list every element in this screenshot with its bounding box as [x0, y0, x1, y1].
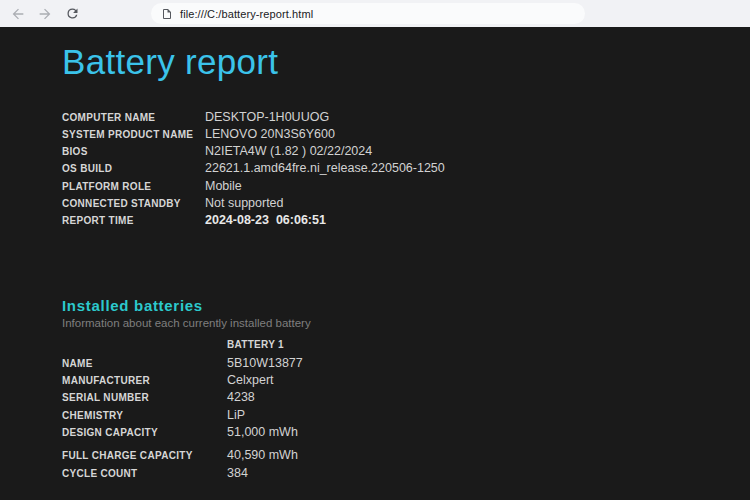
back-button[interactable]	[6, 2, 30, 26]
row-value: Mobile	[205, 179, 242, 193]
forward-button[interactable]	[33, 2, 57, 26]
table-row: CONNECTED STANDBY Not supported	[62, 196, 750, 213]
row-label: SYSTEM PRODUCT NAME	[62, 129, 205, 140]
table-header-row: BATTERY 1	[62, 339, 750, 356]
row-label: REPORT TIME	[62, 215, 205, 226]
battery-report-page: Battery report COMPUTER NAME DESKTOP-1H0…	[0, 27, 750, 500]
row-value: DESKTOP-1H0UUOG	[205, 110, 329, 124]
installed-batteries-subtitle: Information about each currently install…	[62, 317, 750, 329]
row-label: SERIAL NUMBER	[62, 392, 227, 403]
table-row: OS BUILD 22621.1.amd64fre.ni_release.220…	[62, 161, 750, 178]
row-value: 22621.1.amd64fre.ni_release.220506-1250	[205, 161, 445, 175]
page-title: Battery report	[62, 43, 750, 82]
table-row: REPORT TIME 2024-08-23 06:06:51	[62, 213, 750, 230]
row-value: 40,590 mWh	[227, 448, 298, 462]
row-value: LiP	[227, 408, 245, 422]
row-label: CYCLE COUNT	[62, 468, 227, 479]
row-label: DESIGN CAPACITY	[62, 427, 227, 438]
row-label: MANUFACTURER	[62, 375, 227, 386]
table-row: SERIAL NUMBER 4238	[62, 390, 750, 407]
row-value: Not supported	[205, 196, 284, 210]
address-bar[interactable]: file:///C:/battery-report.html	[151, 3, 585, 24]
row-value: Celxpert	[227, 373, 274, 387]
report-time-value: 2024-08-23 06:06:51	[205, 213, 326, 227]
page-document-icon	[161, 8, 173, 20]
battery-table: BATTERY 1 NAME 5B10W13877 MANUFACTURER C…	[62, 339, 750, 483]
browser-toolbar: file:///C:/battery-report.html	[0, 0, 750, 27]
back-arrow-icon	[10, 6, 26, 22]
row-value: 5B10W13877	[227, 356, 303, 370]
battery-column-header: BATTERY 1	[227, 339, 284, 350]
table-row: BIOS N2IETA4W (1.82 ) 02/22/2024	[62, 144, 750, 161]
row-label: CHEMISTRY	[62, 410, 227, 421]
row-label: COMPUTER NAME	[62, 112, 205, 123]
row-value: 4238	[227, 390, 255, 404]
table-row: COMPUTER NAME DESKTOP-1H0UUOG	[62, 110, 750, 127]
row-label: FULL CHARGE CAPACITY	[62, 450, 227, 461]
row-value: LENOVO 20N3S6Y600	[205, 127, 335, 141]
row-value: 51,000 mWh	[227, 425, 298, 439]
table-row: FULL CHARGE CAPACITY 40,590 mWh	[62, 448, 750, 465]
url-text: file:///C:/battery-report.html	[180, 8, 313, 20]
table-row: CHEMISTRY LiP	[62, 408, 750, 425]
table-row: CYCLE COUNT 384	[62, 466, 750, 483]
row-label: NAME	[62, 358, 227, 369]
browser-window: file:///C:/battery-report.html Battery r…	[0, 0, 750, 500]
row-label: PLATFORM ROLE	[62, 181, 205, 192]
reload-button[interactable]	[60, 2, 84, 26]
table-row: NAME 5B10W13877	[62, 356, 750, 373]
system-info-table: COMPUTER NAME DESKTOP-1H0UUOG SYSTEM PRO…	[62, 110, 750, 231]
forward-arrow-icon	[37, 6, 53, 22]
row-label: OS BUILD	[62, 163, 205, 174]
row-label: CONNECTED STANDBY	[62, 198, 205, 209]
table-row: MANUFACTURER Celxpert	[62, 373, 750, 390]
table-row: SYSTEM PRODUCT NAME LENOVO 20N3S6Y600	[62, 127, 750, 144]
reload-icon	[65, 6, 80, 21]
row-value: 384	[227, 466, 248, 480]
row-value: N2IETA4W (1.82 ) 02/22/2024	[205, 144, 372, 158]
row-label: BIOS	[62, 146, 205, 157]
table-row: PLATFORM ROLE Mobile	[62, 179, 750, 196]
table-row: DESIGN CAPACITY 51,000 mWh	[62, 425, 750, 442]
installed-batteries-heading: Installed batteries	[62, 297, 750, 314]
